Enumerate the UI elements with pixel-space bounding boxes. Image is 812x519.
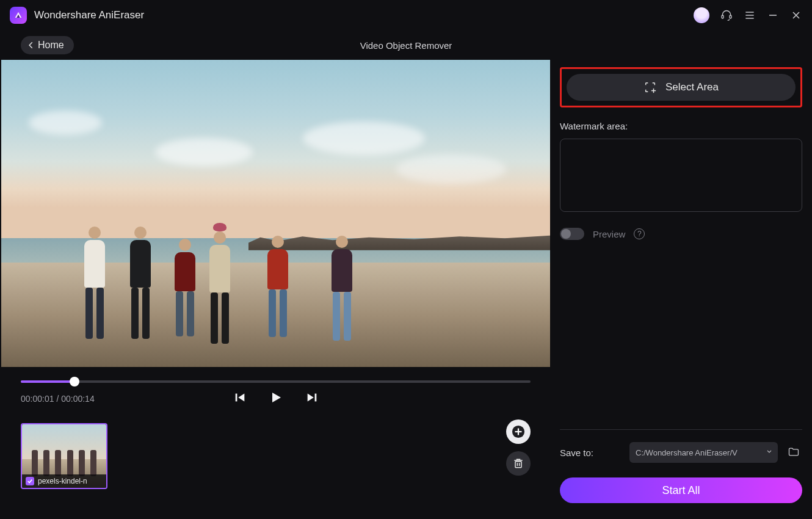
chevron-left-icon — [27, 41, 35, 49]
folder-icon — [786, 446, 801, 458]
support-headset-icon[interactable] — [720, 9, 733, 21]
sub-header: Home Video Object Remover — [0, 31, 812, 60]
select-area-highlight: Select Area — [560, 67, 802, 107]
user-avatar[interactable] — [694, 7, 709, 23]
hamburger-menu-icon[interactable] — [744, 9, 756, 21]
window-minimize-icon[interactable] — [767, 9, 779, 21]
content-area: 00:00:01 / 00:00:14 — [0, 60, 812, 519]
divider — [560, 429, 802, 430]
delete-clip-button[interactable] — [506, 451, 531, 476]
save-path-value: C:/Wondershare AniEraser/V — [636, 448, 738, 457]
clip-thumbnail[interactable]: pexels-kindel-n — [21, 423, 107, 489]
clip-checkbox[interactable] — [26, 477, 34, 485]
select-area-button[interactable]: Select Area — [567, 74, 796, 101]
home-button[interactable]: Home — [21, 36, 74, 54]
save-path-select[interactable]: C:/Wondershare AniEraser/V — [629, 442, 778, 463]
plus-icon — [512, 425, 525, 438]
save-to-label: Save to: — [560, 448, 621, 458]
save-to-row: Save to: C:/Wondershare AniEraser/V — [560, 442, 802, 463]
select-area-label: Select Area — [665, 81, 719, 93]
svg-rect-13 — [515, 462, 521, 468]
clip-filename: pexels-kindel-n — [38, 477, 87, 485]
app-logo-icon — [10, 7, 27, 24]
video-preview[interactable] — [1, 60, 550, 367]
preview-toggle[interactable] — [560, 228, 584, 240]
clip-action-buttons — [506, 419, 531, 476]
app-name: Wondershare AniEraser — [34, 9, 144, 21]
start-all-button[interactable]: Start All — [560, 477, 802, 503]
preview-label: Preview — [593, 229, 625, 239]
trash-icon — [512, 457, 524, 470]
watermark-area-label: Watermark area: — [560, 121, 802, 131]
left-pane: 00:00:01 / 00:00:14 — [0, 60, 551, 519]
svg-rect-8 — [235, 394, 237, 402]
add-clip-button[interactable] — [506, 419, 531, 444]
preview-help-icon[interactable]: ? — [634, 228, 645, 239]
open-folder-button[interactable] — [786, 446, 802, 459]
start-all-label: Start All — [662, 484, 700, 496]
time-display: 00:00:01 / 00:00:14 — [21, 394, 95, 404]
timeline-slider[interactable] — [0, 367, 551, 383]
svg-rect-9 — [314, 394, 316, 402]
title-bar: Wondershare AniEraser — [0, 0, 812, 31]
right-pane: Select Area Watermark area: Preview ? Sa… — [551, 60, 812, 519]
page-title: Video Object Remover — [360, 40, 452, 51]
chevron-down-icon — [766, 448, 773, 457]
select-area-icon — [643, 81, 657, 94]
clip-thumbnail-row: pexels-kindel-n — [0, 404, 551, 489]
playback-controls-row: 00:00:01 / 00:00:14 — [0, 383, 551, 404]
clip-label: pexels-kindel-n — [22, 474, 106, 488]
home-button-label: Home — [38, 40, 64, 51]
title-left: Wondershare AniEraser — [10, 7, 144, 24]
window-close-icon[interactable] — [790, 9, 802, 21]
watermark-area-box[interactable] — [560, 139, 802, 212]
preview-toggle-row: Preview ? — [560, 228, 802, 240]
title-right — [694, 7, 802, 23]
